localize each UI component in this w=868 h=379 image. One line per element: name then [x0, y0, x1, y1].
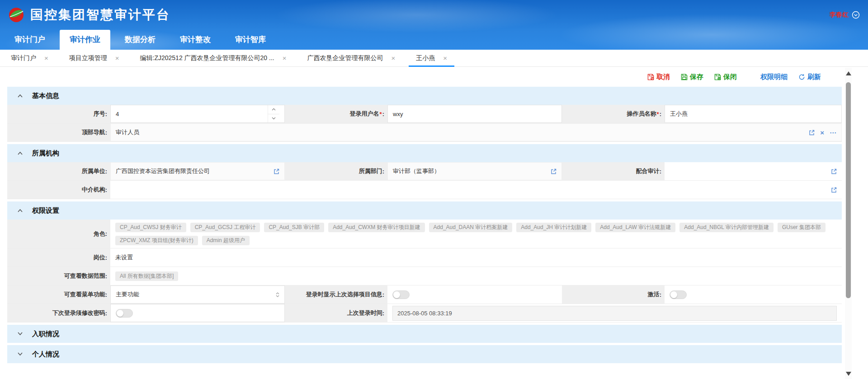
section-org-header[interactable]: 所属机构	[7, 144, 842, 162]
permission-detail-button[interactable]: 权限明细	[760, 73, 788, 81]
section-title: 权限设置	[32, 206, 59, 215]
topnav-label: 顶部导航:	[7, 123, 110, 141]
user-name: 李春红	[830, 11, 849, 19]
active-cell	[665, 285, 842, 304]
data-scope-tag: All 所有数据[集团本部]	[115, 271, 178, 281]
save-close-button[interactable]: 保闭	[714, 73, 737, 81]
toolbar: 取消 保存 保闭 权限明细 刷新	[0, 67, 868, 87]
collapse-icon[interactable]	[17, 151, 23, 155]
active-label: 激活:	[562, 285, 665, 304]
nav-tabs: 审计门户 审计作业 数据分析 审计整改 审计智库	[0, 30, 868, 50]
user-menu[interactable]: 李春红	[830, 11, 860, 19]
section-title: 入职情况	[32, 330, 59, 338]
vertical-scrollbar[interactable]	[845, 68, 852, 379]
section-basic-info-header[interactable]: 基本信息	[7, 87, 842, 105]
refresh-button[interactable]: 刷新	[798, 73, 821, 81]
active-toggle[interactable]	[670, 290, 687, 299]
agency-field[interactable]	[110, 181, 842, 199]
section-perm-header[interactable]: 权限设置	[7, 201, 842, 220]
external-link-icon[interactable]	[274, 168, 279, 174]
app-header: 国控集团智慧审计平台 李春红 审计门户 审计作业 数据分析 审计整改 审计智库	[0, 0, 868, 50]
expand-icon[interactable]	[17, 352, 23, 356]
menu-func-select[interactable]: 主要功能	[110, 285, 285, 304]
role-tag: Add_Aud_CWXM 财务审计项目新建	[328, 223, 425, 232]
close-icon[interactable]: ×	[44, 55, 48, 61]
external-link-icon[interactable]	[831, 187, 837, 193]
nav-tab-audit-rectify[interactable]: 审计整改	[170, 30, 221, 50]
scrollbar-thumb[interactable]	[846, 82, 851, 298]
post-value: 未设置	[110, 248, 842, 267]
cancel-button[interactable]: 取消	[647, 73, 670, 81]
section-title: 个人情况	[32, 350, 59, 359]
org-unit-field[interactable]: 广西国控资本运营集团有限责任公司	[110, 162, 285, 180]
refresh-icon	[798, 74, 805, 80]
close-icon[interactable]: ×	[443, 55, 447, 61]
doc-tabbar: 审计门户 × 项目立项管理 × 编辑:ZJ202512 广西农垦企业管理有限公司…	[0, 50, 868, 67]
section-title: 所属机构	[32, 149, 59, 158]
scroll-up-icon[interactable]	[845, 69, 852, 78]
role-tag: CP_Aud_SJB 审计部	[264, 223, 324, 232]
form-row-pwd-lastlogin: 下次登录须修改密码: 上次登录时间: 2025-08-05 08:33:19	[7, 304, 842, 323]
collapse-icon[interactable]	[17, 94, 23, 98]
topnav-field[interactable]: 审计人员 × ⋯	[110, 123, 842, 141]
section-personal-header[interactable]: 个人情况	[7, 345, 842, 363]
close-icon[interactable]: ×	[283, 55, 287, 61]
spinner-down-icon[interactable]	[268, 114, 279, 123]
external-link-icon[interactable]	[551, 168, 557, 174]
role-tag: CP_Aud_CWSJ 财务审计	[115, 223, 186, 232]
coop-audit-field[interactable]	[665, 162, 842, 180]
nav-tab-data-analysis[interactable]: 数据分析	[115, 30, 165, 50]
role-tag: Add_Aud_JH 审计计划新建	[516, 223, 591, 232]
org-dept-field[interactable]: 审计部（监事部）	[387, 162, 562, 180]
last-login-label: 上次登录时间:	[285, 304, 387, 322]
close-icon[interactable]: ×	[391, 55, 395, 61]
pwd-change-toggle[interactable]	[116, 309, 133, 318]
role-tag: Add_Aud_LAW 审计法规新建	[595, 223, 675, 232]
save-icon	[681, 74, 688, 80]
doc-tab-audit-portal[interactable]: 审计门户 ×	[6, 50, 53, 66]
pwd-change-cell	[110, 304, 285, 322]
show-last-project-toggle[interactable]	[392, 290, 410, 299]
doc-tab-edit-zj202512[interactable]: 编辑:ZJ202512 广西农垦企业管理有限公司20 ... ×	[136, 50, 291, 66]
save-button[interactable]: 保存	[681, 73, 703, 81]
roles-label: 角色:	[7, 220, 110, 248]
operator-name-input[interactable]: 王小燕	[665, 105, 842, 123]
collapse-icon[interactable]	[17, 208, 23, 213]
show-last-project-cell	[387, 285, 562, 304]
expand-icon[interactable]	[17, 332, 23, 336]
spinner-up-icon[interactable]	[268, 105, 279, 114]
doc-tab-project-approval[interactable]: 项目立项管理 ×	[65, 50, 124, 66]
last-login-value: 2025-08-05 08:33:19	[392, 306, 837, 321]
org-unit-label: 所属单位:	[7, 162, 110, 180]
more-icon[interactable]: ⋯	[830, 129, 836, 136]
show-last-project-label: 登录时显示上次选择项目信息:	[285, 285, 387, 304]
role-tag: Add_Aud_NBGL 审计内部管理新建	[679, 223, 774, 232]
form-row-agency: 中介机构:	[7, 181, 842, 199]
nav-tab-audit-library[interactable]: 审计智库	[225, 30, 276, 50]
seq-input[interactable]: 4	[110, 105, 285, 123]
clear-icon[interactable]: ×	[820, 129, 824, 136]
app-title: 国控集团智慧审计平台	[30, 6, 170, 23]
nav-tab-audit-work[interactable]: 审计作业	[60, 30, 110, 50]
user-edit-form: 基本信息 序号: 4 登录用户名*: wxy 操作员名称*:	[0, 87, 868, 363]
scroll-down-icon[interactable]	[845, 369, 852, 378]
role-tag: ZPCW_XMZ 项目组(财务审计)	[115, 236, 198, 245]
doc-tab-company[interactable]: 广西农垦企业管理有限公司 ×	[302, 50, 400, 66]
roles-field: CP_Aud_CWSJ 财务审计 CP_Aud_GCSJ 工程审计 CP_Aud…	[110, 220, 842, 248]
chevron-down-circle-icon[interactable]	[852, 11, 860, 19]
section-onboard-header[interactable]: 入职情况	[7, 325, 842, 343]
section-title: 基本信息	[32, 92, 59, 100]
external-link-icon[interactable]	[809, 130, 815, 136]
role-tag: Admin 超级用户	[202, 236, 250, 245]
doc-tab-wangxiaoyan[interactable]: 王小燕 ×	[411, 50, 452, 66]
form-row-menu-toggles: 可查看菜单功能: 主要功能 登录时显示上次选择项目信息: 激活:	[7, 285, 842, 304]
login-name-input[interactable]: wxy	[387, 105, 562, 123]
seq-spinner	[268, 105, 279, 122]
external-link-icon[interactable]	[831, 168, 837, 174]
save-cancel-icon	[647, 74, 654, 80]
pwd-change-label: 下次登录须修改密码:	[7, 304, 110, 322]
operator-name-label: 操作员名称*:	[562, 105, 665, 123]
nav-tab-audit-portal[interactable]: 审计门户	[5, 30, 55, 50]
menu-func-label: 可查看菜单功能:	[7, 285, 110, 304]
close-icon[interactable]: ×	[115, 55, 119, 61]
